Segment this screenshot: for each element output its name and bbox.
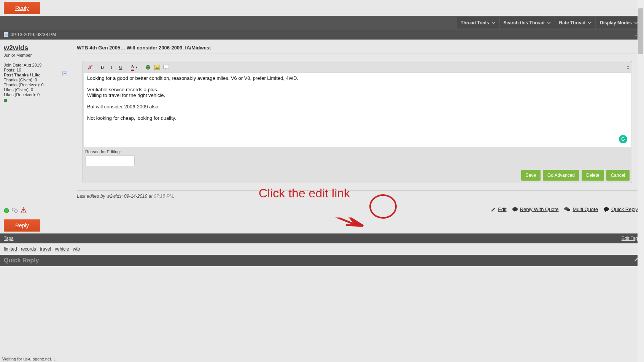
underline-icon[interactable]: U — [116, 64, 125, 71]
thread-toolbar: Thread Tools Search this Thread Rate Thr… — [0, 16, 644, 30]
rate-thread-menu[interactable]: Rate Thread — [555, 17, 595, 29]
reply-button-bottom[interactable]: Reply — [4, 219, 40, 232]
thanks-like-header: Post Thanks / Like — [4, 73, 68, 77]
label: Thread Tools — [461, 20, 489, 25]
multi-quote-link[interactable]: Multi Quote — [564, 206, 598, 212]
reputation-pip-icon — [4, 99, 7, 102]
last-edited-note: Last edited by w2wlds; 09-14-2019 at 07:… — [77, 190, 638, 199]
bold-icon[interactable]: B — [98, 64, 107, 71]
tag-link[interactable]: wtb — [73, 246, 80, 252]
user-info-panel: w2wlds Junior Member Join Date: Aug 2019… — [0, 40, 72, 203]
annotation-circle — [369, 194, 397, 219]
search-thread-menu[interactable]: Search this Thread — [500, 17, 555, 29]
user-title: Junior Member — [4, 53, 68, 57]
thanks-received: Thanks (Received): 0 — [4, 83, 68, 87]
scroll-thumb[interactable] — [638, 8, 643, 54]
delete-button[interactable]: Delete — [582, 170, 604, 181]
old-post-icon — [4, 32, 8, 37]
remove-format-icon[interactable]: A — [86, 64, 94, 71]
chevron-down-icon — [588, 22, 592, 24]
svg-point-28 — [566, 208, 570, 211]
go-advanced-button[interactable]: Go Advanced — [543, 170, 579, 181]
svg-marker-14 — [165, 69, 167, 70]
tags-label[interactable]: Tags — [4, 236, 13, 241]
likes-given: Likes (Given): 0 — [4, 87, 68, 92]
ip-icon[interactable] — [11, 207, 18, 214]
italic-icon[interactable]: I — [107, 64, 116, 71]
collapse-stats-icon[interactable] — [62, 71, 67, 77]
font-color-icon[interactable]: A▼ — [129, 64, 140, 71]
report-icon[interactable] — [21, 207, 27, 214]
edit-link[interactable]: Edit — [491, 206, 506, 212]
tag-link[interactable]: vehicle — [55, 246, 69, 252]
label: Search this Thread — [504, 20, 545, 25]
reason-input[interactable] — [85, 156, 135, 166]
image-icon[interactable] — [153, 64, 161, 71]
post-datetime: 09-13-2019, 08:38 PM — [11, 32, 56, 37]
svg-point-19 — [4, 208, 9, 213]
svg-point-20 — [12, 208, 15, 211]
thanks-given: Thanks (Given): 0 — [4, 78, 68, 82]
svg-point-25 — [512, 207, 518, 211]
label: Display Modes — [600, 20, 632, 25]
cancel-button[interactable]: Cancel — [606, 170, 630, 181]
link-icon[interactable] — [144, 64, 152, 71]
tag-link[interactable]: travel — [40, 246, 51, 252]
editor-resize-handle[interactable]: ▴▾ — [627, 65, 629, 70]
quick-reply-link[interactable]: Quick Reply — [603, 206, 638, 212]
svg-point-21 — [14, 210, 17, 213]
tags-list: limited , records , travel , vehicle , w… — [0, 243, 644, 255]
svg-rect-0 — [4, 32, 8, 37]
username-link[interactable]: w2wlds — [4, 44, 68, 52]
reply-with-quote-link[interactable]: Reply With Quote — [512, 206, 559, 212]
reply-button-top[interactable]: Reply — [4, 2, 40, 14]
quick-reply-header: Quick Reply — [4, 257, 39, 264]
join-date: Join Date: Aug 2019 — [4, 63, 68, 67]
save-button[interactable]: Save — [521, 170, 541, 181]
inline-editor: A B I U A▼ ▴▾ Looking for a good or bett… — [83, 61, 632, 183]
label: Rate Thread — [559, 20, 585, 25]
post-foot-icons — [0, 203, 72, 218]
tag-link[interactable]: records — [21, 246, 36, 252]
speech-icon — [512, 207, 518, 212]
multi-speech-icon — [564, 207, 571, 212]
svg-rect-13 — [164, 65, 169, 69]
post-title: WTB 4th Gen 2005… Will consider 2006-200… — [77, 44, 638, 54]
online-status-icon — [4, 208, 9, 214]
chevron-down-icon — [547, 22, 551, 24]
likes-received: Likes (Received): 0 — [4, 92, 68, 97]
svg-point-24 — [23, 212, 24, 213]
pencil-icon — [491, 207, 496, 212]
thread-tools-menu[interactable]: Thread Tools — [457, 17, 499, 29]
chevron-down-icon — [491, 22, 495, 24]
reason-label: Reason for Editing: — [84, 147, 631, 156]
display-modes-menu[interactable]: Display Modes — [596, 17, 642, 29]
tag-link[interactable]: limited — [4, 246, 17, 252]
grammarly-icon[interactable]: G — [619, 135, 627, 143]
quote-icon[interactable] — [162, 64, 170, 71]
post-count: Posts: 10 — [4, 68, 68, 72]
svg-point-29 — [604, 207, 609, 211]
editor-toolbar: A B I U A▼ ▴▾ — [84, 62, 631, 73]
post-header: 09-13-2019, 08:38 PM #1 — [0, 30, 644, 40]
speech-dark-icon — [603, 207, 609, 212]
message-textarea[interactable]: Looking for a good or better condition, … — [84, 73, 631, 147]
vertical-scrollbar[interactable] — [638, 0, 644, 266]
